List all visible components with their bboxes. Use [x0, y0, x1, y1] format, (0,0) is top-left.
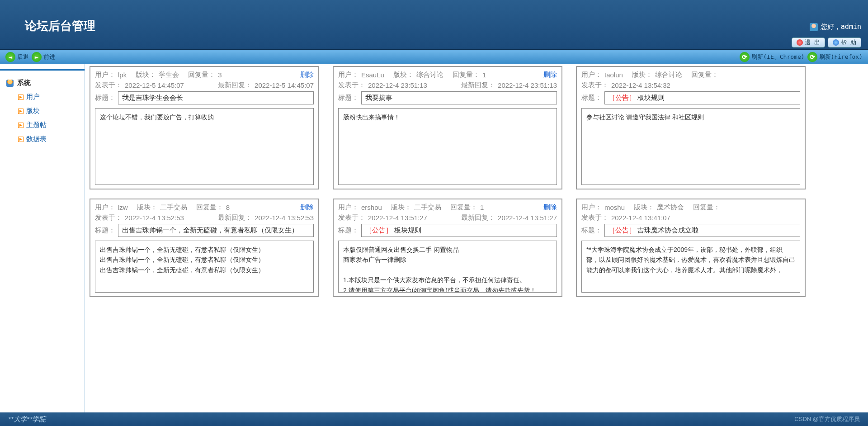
- notice-tag: ［公告］: [609, 94, 636, 101]
- notice-tag: ［公告］: [609, 226, 636, 234]
- post-body[interactable]: 出售吉珠帅锅一个，全新无磕碰，有意者私聊（仅限女生）出售吉珠帅锅一个，全新无磕碰…: [95, 241, 314, 293]
- exit-icon: [797, 39, 803, 46]
- user-greeting: 您好，admin: [810, 23, 861, 31]
- post-board: 二手交易: [160, 203, 187, 212]
- post-date: 2022-12-4 13:41:07: [611, 214, 670, 222]
- content-area[interactable]: 用户：lpk版块：学生会回复量：3删除发表于：2022-12-5 14:45:0…: [85, 64, 868, 412]
- post-title-input[interactable]: ［公告］ 板块规则: [361, 224, 557, 237]
- post-board: 学生会: [159, 71, 179, 79]
- forward-button[interactable]: ► 前进: [32, 52, 55, 62]
- post-date: 2022-12-4 23:51:13: [368, 81, 427, 89]
- post-title-input[interactable]: 我要搞事: [361, 91, 557, 104]
- notice-tag: ［公告］: [365, 226, 392, 234]
- post-title-input[interactable]: ［公告］ 板块规则: [604, 91, 800, 104]
- back-button[interactable]: ◄ 后退: [5, 52, 29, 62]
- navbar: ◄ 后退 ► 前进 ⟳ 刷新(IE、Chrome) ⟳ 刷新(Firefox): [0, 50, 868, 64]
- sidebar-divider: [0, 69, 85, 71]
- sidebar: 系统 用户版块主题帖数据表: [0, 64, 85, 412]
- post-user: taolun: [604, 71, 623, 79]
- post-user: moshu: [604, 204, 625, 211]
- delete-link[interactable]: 删除: [543, 203, 557, 212]
- app-header: 论坛后台管理 您好，admin 退 出 帮 助: [0, 0, 868, 50]
- sidebar-item-3[interactable]: 数据表: [0, 132, 85, 146]
- delete-link[interactable]: 删除: [300, 203, 314, 212]
- post-body[interactable]: 本版仅限普通网友出售交换二手 闲置物品商家发布广告一律删除1.本版块只是一个供大…: [338, 241, 557, 293]
- footer-right: CSDN @官方优质程序员: [794, 415, 860, 423]
- post-date: 2022-12-4 13:54:32: [611, 81, 670, 89]
- user-icon: [810, 23, 818, 31]
- post-board: 综合讨论: [655, 71, 682, 79]
- post-replies: 8: [226, 204, 230, 211]
- post-body[interactable]: 这个论坛不错，我们要放广告，打算收购: [95, 108, 314, 185]
- post-card: 用户：moshu版块：魔术协会回复量：发表于：2022-12-4 13:41:0…: [576, 199, 806, 297]
- refresh-icon: ⟳: [740, 52, 750, 62]
- post-body[interactable]: 参与社区讨论 请遵守我国法律 和社区规则: [581, 108, 800, 185]
- post-card: 用户：taolun版块：综合讨论回复量：发表于：2022-12-4 13:54:…: [576, 66, 806, 189]
- post-card: 用户：lzw版块：二手交易回复量：8删除发表于：2022-12-4 13:52:…: [90, 199, 319, 297]
- post-date: 2022-12-5 14:45:07: [125, 81, 184, 89]
- help-button[interactable]: 帮 助: [828, 38, 861, 47]
- forward-icon: ►: [32, 52, 42, 62]
- post-replies: 1: [480, 204, 484, 211]
- post-card: 用户：EsauLu版块：综合讨论回复量：1删除发表于：2022-12-4 23:…: [333, 66, 562, 189]
- sidebar-item-1[interactable]: 版块: [0, 104, 85, 118]
- post-title-input[interactable]: 出售吉珠帅锅一个，全新无磕碰，有意者私聊（仅限女生）: [118, 224, 314, 237]
- post-body[interactable]: 肠粉快出来搞事情！: [338, 108, 557, 185]
- footer: **大学**学院 CSDN @官方优质程序员: [0, 412, 868, 426]
- exit-button[interactable]: 退 出: [792, 38, 825, 47]
- app-title: 论坛后台管理: [0, 0, 868, 34]
- post-user: EsauLu: [361, 71, 384, 79]
- post-board: 魔术协会: [657, 203, 684, 212]
- delete-link[interactable]: 删除: [543, 71, 557, 79]
- arrow-icon: [18, 109, 24, 114]
- refresh-icon: ⟳: [807, 52, 817, 62]
- post-date: 2022-12-4 13:51:27: [368, 214, 427, 222]
- post-replies: 1: [482, 71, 486, 79]
- sidebar-item-0[interactable]: 用户: [0, 90, 85, 104]
- sidebar-item-2[interactable]: 主题帖: [0, 118, 85, 132]
- post-board: 二手交易: [414, 203, 441, 212]
- help-icon: [833, 39, 839, 46]
- post-user: ershou: [361, 204, 382, 211]
- footer-left: **大学**学院: [8, 415, 46, 424]
- delete-link[interactable]: 删除: [300, 71, 314, 79]
- arrow-icon: [18, 137, 24, 142]
- refresh-ie-button[interactable]: ⟳ 刷新(IE、Chrome): [740, 52, 804, 62]
- post-user: lzw: [118, 204, 128, 211]
- post-replies: 3: [218, 71, 222, 79]
- post-card: 用户：ershou版块：二手交易回复量：1删除发表于：2022-12-4 13:…: [333, 199, 562, 297]
- post-card: 用户：lpk版块：学生会回复量：3删除发表于：2022-12-5 14:45:0…: [90, 66, 319, 189]
- post-title-input[interactable]: 我是吉珠学生会会长: [118, 91, 314, 104]
- post-board: 综合讨论: [416, 71, 443, 79]
- post-title-input[interactable]: ［公告］ 吉珠魔术协会成立啦: [604, 224, 800, 237]
- post-date: 2022-12-4 13:52:53: [125, 214, 184, 222]
- system-icon: [6, 80, 14, 87]
- arrow-icon: [18, 123, 24, 128]
- post-user: lpk: [118, 71, 127, 79]
- back-icon: ◄: [5, 52, 15, 62]
- refresh-ff-button[interactable]: ⟳ 刷新(Firefox): [807, 52, 863, 62]
- post-body[interactable]: **大学珠海学院魔术协会成立于2009年，设部，秘书处，外联部，组织部，以及顾问…: [581, 241, 800, 293]
- arrow-icon: [18, 95, 24, 100]
- sidebar-heading: 系统: [0, 76, 85, 90]
